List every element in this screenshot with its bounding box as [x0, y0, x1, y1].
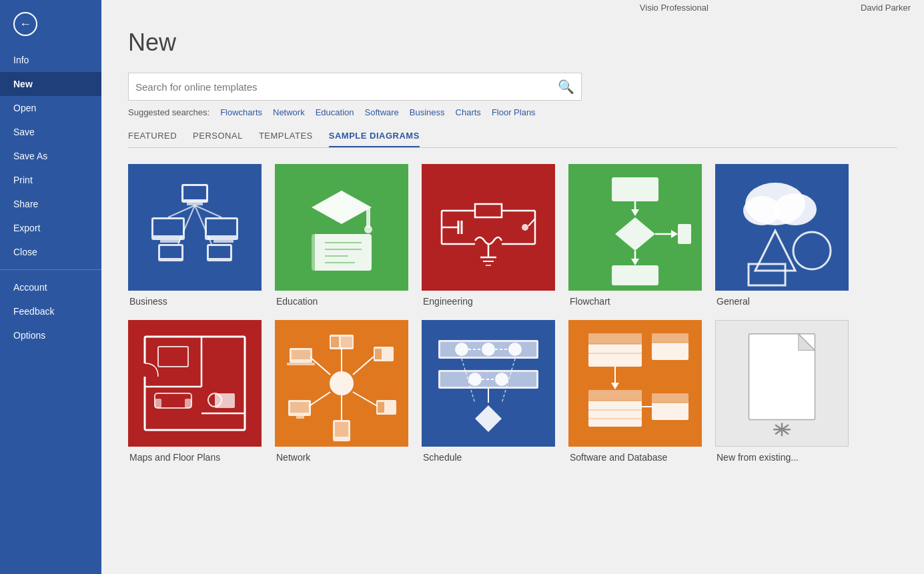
svg-point-41: [522, 224, 528, 231]
sidebar-item-share[interactable]: Share: [0, 192, 101, 216]
template-card-business[interactable]: Business: [128, 164, 262, 307]
svg-rect-65: [158, 347, 188, 367]
sidebar-item-new[interactable]: New: [0, 72, 101, 96]
template-label-general: General: [715, 296, 849, 307]
svg-point-57: [793, 232, 831, 269]
svg-rect-59: [145, 337, 245, 430]
template-label-business: Business: [128, 296, 262, 307]
template-card-flowchart[interactable]: Flowchart: [568, 164, 702, 307]
sidebar-item-save-as[interactable]: Save As: [0, 144, 101, 168]
svg-rect-21: [312, 234, 372, 271]
template-card-general[interactable]: General: [715, 164, 849, 307]
svg-rect-124: [652, 393, 688, 403]
template-card-new-from-existing[interactable]: New from existing...: [715, 320, 849, 463]
tab-sample-diagrams[interactable]: SAMPLE DIAGRAMS: [329, 131, 420, 147]
search-icon[interactable]: 🔍: [558, 79, 574, 95]
suggested-education[interactable]: Education: [316, 107, 354, 117]
template-label-network: Network: [275, 452, 408, 463]
svg-rect-11: [207, 219, 236, 235]
template-thumb-schedule: [422, 320, 555, 447]
sidebar-item-options[interactable]: Options: [0, 323, 101, 347]
sidebar-nav: Info New Open Save Save As Print Share E…: [0, 48, 101, 574]
sidebar-item-close[interactable]: Close: [0, 240, 101, 264]
search-bar: 🔍: [128, 73, 582, 101]
svg-rect-22: [312, 234, 315, 271]
template-thumb-education: [275, 164, 408, 291]
template-thumb-new-from-existing: [715, 320, 849, 447]
suggested-charts[interactable]: Charts: [456, 107, 481, 117]
svg-rect-43: [612, 177, 658, 201]
svg-point-95: [482, 343, 495, 356]
template-card-software-database[interactable]: Software and Database: [568, 320, 702, 463]
template-label-new-from-existing: New from existing...: [715, 452, 849, 463]
tab-templates[interactable]: TEMPLATES: [259, 131, 313, 147]
svg-line-75: [308, 392, 330, 407]
svg-rect-2: [187, 203, 203, 205]
svg-rect-52: [678, 224, 691, 244]
svg-point-19: [364, 225, 372, 233]
suggested-network[interactable]: Network: [273, 107, 305, 117]
svg-rect-113: [652, 333, 688, 343]
svg-rect-81: [375, 349, 382, 359]
sidebar-bottom: Account Feedback Options: [0, 275, 101, 347]
svg-point-55: [743, 196, 781, 225]
suggested-searches: Suggested searches: Flowcharts Network E…: [128, 107, 897, 117]
svg-rect-12: [213, 240, 234, 243]
svg-rect-9: [160, 240, 180, 243]
sidebar-item-open[interactable]: Open: [0, 96, 101, 120]
svg-marker-116: [611, 383, 619, 389]
suggested-label: Suggested searches:: [128, 107, 209, 117]
template-card-schedule[interactable]: Schedule: [422, 320, 555, 463]
svg-rect-58: [749, 264, 785, 285]
sidebar-item-account[interactable]: Account: [0, 275, 101, 299]
svg-rect-14: [160, 246, 181, 258]
template-label-software-database: Software and Database: [568, 452, 702, 463]
svg-marker-45: [631, 209, 639, 216]
svg-line-73: [353, 392, 378, 407]
template-label-engineering: Engineering: [422, 296, 555, 307]
template-grid: Business: [128, 164, 897, 463]
tab-featured[interactable]: FEATURED: [128, 131, 177, 147]
svg-rect-8: [153, 219, 183, 235]
sidebar-divider: [0, 269, 101, 270]
search-input[interactable]: [135, 81, 558, 93]
svg-line-76: [310, 357, 330, 375]
svg-marker-104: [475, 405, 502, 432]
sidebar-item-export[interactable]: Export: [0, 216, 101, 240]
back-button[interactable]: ←: [0, 0, 101, 48]
template-card-network[interactable]: Network: [275, 320, 408, 463]
svg-rect-18: [366, 207, 370, 227]
template-thumb-maps-floor-plans: [128, 320, 262, 447]
svg-rect-33: [475, 204, 502, 217]
template-card-engineering[interactable]: Engineering: [422, 164, 555, 307]
suggested-floor-plans[interactable]: Floor Plans: [492, 107, 536, 117]
svg-rect-83: [378, 402, 384, 413]
svg-rect-68: [185, 399, 191, 408]
svg-rect-16: [209, 246, 230, 258]
svg-point-70: [330, 371, 354, 395]
svg-rect-79: [341, 337, 352, 347]
sidebar-item-print[interactable]: Print: [0, 168, 101, 192]
suggested-business[interactable]: Business: [410, 107, 445, 117]
svg-marker-51: [671, 230, 678, 238]
template-card-education[interactable]: Education: [275, 164, 408, 307]
template-label-flowchart: Flowchart: [568, 296, 702, 307]
template-thumb-engineering: [422, 164, 555, 291]
suggested-software[interactable]: Software: [365, 107, 399, 117]
svg-point-101: [468, 373, 482, 386]
sidebar-item-feedback[interactable]: Feedback: [0, 299, 101, 323]
sidebar-item-info[interactable]: Info: [0, 48, 101, 72]
template-card-maps-floor-plans[interactable]: Maps and Floor Plans: [128, 320, 262, 463]
top-bar: Visio Professional David Parker: [101, 0, 924, 15]
template-thumb-business: [128, 164, 262, 291]
svg-rect-88: [296, 416, 304, 419]
svg-line-42: [528, 219, 535, 226]
suggested-flowcharts[interactable]: Flowcharts: [220, 107, 262, 117]
back-circle-icon[interactable]: ←: [13, 12, 37, 36]
template-thumb-software-database: [568, 320, 702, 447]
svg-rect-87: [290, 402, 309, 413]
sidebar-item-save[interactable]: Save: [0, 120, 101, 144]
template-label-maps-floor-plans: Maps and Floor Plans: [128, 452, 262, 463]
tab-personal[interactable]: PERSONAL: [193, 131, 243, 147]
svg-point-102: [495, 373, 508, 386]
